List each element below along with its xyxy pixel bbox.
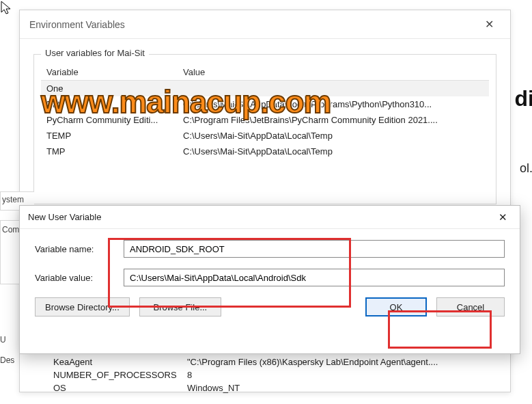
browse-file-button[interactable]: Browse File... — [139, 297, 221, 317]
env-dialog-titlebar: Environment Variables ✕ — [20, 10, 510, 39]
close-icon[interactable]: ✕ — [492, 211, 513, 224]
cropped-fragment-des: Des — [0, 355, 20, 371]
env-dialog-title: Environment Variables — [29, 19, 125, 30]
table-row[interactable]: TMP C:\Users\Mai-Sit\AppData\Local\Temp — [41, 144, 489, 159]
cropped-text-di: di — [515, 86, 532, 111]
variable-name-input[interactable] — [124, 240, 505, 258]
col-variable[interactable]: Variable — [41, 64, 178, 81]
close-icon[interactable]: ✕ — [477, 18, 501, 31]
variable-name-label: Variable name: — [35, 244, 124, 254]
new-variable-title: New User Variable — [28, 212, 101, 222]
new-variable-titlebar: New User Variable ✕ — [20, 206, 520, 229]
cropped-text-ol: ol. — [520, 161, 532, 176]
user-variables-group-label: User variables for Mai-Sit — [41, 48, 149, 58]
col-value[interactable]: Value — [178, 64, 489, 81]
ok-button[interactable]: OK — [365, 297, 427, 317]
table-row[interactable]: OS Windows_NT — [48, 381, 485, 394]
cropped-fragment-com: Com — [0, 220, 20, 284]
watermark-text: www.mainacup.com — [41, 83, 331, 120]
system-variables-partial: KeaAgent "C:\Program Files (x86)\Kaspers… — [48, 355, 485, 394]
table-row[interactable]: NUMBER_OF_PROCESSORS 8 — [48, 368, 485, 381]
new-user-variable-dialog: New User Variable ✕ Variable name: Varia… — [19, 205, 520, 354]
browse-directory-button[interactable]: Browse Directory... — [35, 297, 130, 317]
cursor-icon — [0, 0, 12, 15]
table-row[interactable]: KeaAgent "C:\Program Files (x86)\Kaspers… — [48, 355, 485, 368]
cancel-button[interactable]: Cancel — [436, 297, 505, 317]
cropped-fragment-u: U — [0, 335, 12, 350]
variable-value-input[interactable] — [124, 269, 505, 286]
user-variables-group: User variables for Mai-Sit Variable Valu… — [33, 54, 496, 204]
table-row[interactable]: TEMP C:\Users\Mai-Sit\AppData\Local\Temp — [41, 128, 489, 144]
variable-value-label: Variable value: — [35, 273, 124, 283]
